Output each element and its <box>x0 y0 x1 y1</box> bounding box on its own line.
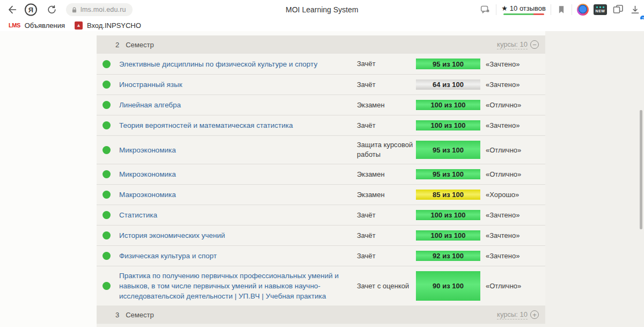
assessment-type: Защита курсовой работы <box>357 140 413 159</box>
grade-text: «Отлично» <box>486 170 521 178</box>
toolbar-divider <box>496 4 496 15</box>
page-body: 2 Семестр курсы: 10 − Элективные дисципл… <box>0 31 644 327</box>
address-bar[interactable]: lms.moi.edu.ru <box>66 3 133 16</box>
course-name-cell: Элективные дисциплины по физической куль… <box>119 59 354 69</box>
score-badge: 95 из 100 <box>416 59 480 69</box>
score-badge: 100 из 100 <box>416 230 480 241</box>
status-dot-icon <box>103 121 111 129</box>
score-badge: 64 из 100 <box>416 79 480 90</box>
course-link[interactable]: Макроэкономика <box>119 191 176 199</box>
assessment-type: Экзамен <box>357 190 413 200</box>
assessment-type: Экзамен <box>357 170 413 179</box>
inpsycho-favicon: ▲ <box>75 21 83 30</box>
status-cell <box>97 146 119 154</box>
grade-text: «Зачтено» <box>486 252 519 260</box>
score-badge: 92 из 100 <box>416 251 480 261</box>
expand-plus-icon[interactable]: + <box>530 310 539 319</box>
status-cell <box>97 282 119 290</box>
course-link[interactable]: Микроэкономика <box>119 146 176 154</box>
course-link[interactable]: Иностранный язык <box>119 81 182 89</box>
grade-text: «Зачтено» <box>486 60 519 68</box>
status-dot-icon <box>103 60 111 68</box>
course-link[interactable]: Статистика <box>119 211 157 219</box>
collapse-minus-icon[interactable]: − <box>530 40 539 49</box>
course-link[interactable]: Микроэкономика <box>119 170 176 178</box>
grade-text: «Зачтено» <box>486 231 519 239</box>
toolbar-divider <box>551 4 551 15</box>
downloads-icon[interactable]: 2 <box>630 4 641 16</box>
status-dot-icon <box>103 170 111 178</box>
marquee-dots <box>596 6 604 8</box>
bookmark-announcements[interactable]: LMS Объявления <box>5 20 68 31</box>
status-dot-icon <box>103 211 111 219</box>
course-name-cell: Линейная алгебра <box>119 100 354 110</box>
extensions-icon[interactable] <box>612 3 625 16</box>
status-cell <box>97 231 119 239</box>
score-badge: 100 из 100 <box>416 120 480 130</box>
course-row: СтатистикаЗачёт100 из 100«Зачтено» <box>97 205 545 225</box>
course-row: МикроэкономикаЭкзамен95 из 100«Отлично» <box>97 164 545 184</box>
semester-2-collapse-control[interactable]: курсы: 10 − <box>497 40 541 49</box>
scrollbar-thumb[interactable] <box>640 110 642 229</box>
course-row: МакроэкономикаЭкзамен85 из 100«Хорошо» <box>97 184 545 205</box>
course-link[interactable]: Физическая культура и спорт <box>119 252 217 260</box>
course-row: Иностранный языкЗачёт64 из 100«Зачтено» <box>97 74 545 95</box>
assessment-type: Зачёт <box>357 231 413 241</box>
course-name-cell: Микроэкономика <box>119 169 354 179</box>
score-badge: 95 из 100 <box>416 169 480 179</box>
courses-count-link[interactable]: курсы: 10 <box>497 40 528 49</box>
grade-text: «Зачтено» <box>486 81 519 89</box>
course-name-cell: Физическая культура и спорт <box>119 251 354 261</box>
bookmark-icon[interactable] <box>556 4 567 15</box>
assessment-type: Зачёт <box>357 80 413 90</box>
status-dot-icon <box>103 81 111 89</box>
score-badge: 85 из 100 <box>416 190 480 200</box>
course-row: МикроэкономикаЗащита курсовой работы95 и… <box>97 135 545 164</box>
assessment-type: Экзамен <box>357 100 413 110</box>
course-row: Практика по получению первичных професси… <box>97 266 545 306</box>
bookmarks-bar: LMS Объявления ▲ Вход.INPSYCHO <box>0 19 644 31</box>
course-row: История экономических ученийЗачёт100 из … <box>97 225 545 245</box>
semester-3-expand-control[interactable]: курсы: 10 + <box>497 310 541 319</box>
status-cell <box>97 170 119 178</box>
lms-favicon: LMS <box>9 22 20 28</box>
assessment-type: Зачёт <box>357 59 413 69</box>
browser-toolbar: Я lms.moi.edu.ru MOI Learning System ★ 1… <box>0 0 644 19</box>
status-dot-icon <box>103 191 111 199</box>
site-reviews[interactable]: ★ 10 отзывов <box>501 4 546 15</box>
bookmark-inpsycho[interactable]: ▲ Вход.INPSYCHO <box>71 20 144 31</box>
status-cell <box>97 121 119 129</box>
extension-new-icon[interactable]: NEW <box>594 4 607 15</box>
course-row: Линейная алгебраЭкзамен100 из 100«Отличн… <box>97 95 545 115</box>
course-link[interactable]: Практика по получению первичных професси… <box>119 272 339 300</box>
extension-color-circle-icon[interactable] <box>577 4 589 16</box>
assessment-type: Зачёт <box>357 210 413 220</box>
star-icon: ★ <box>501 4 508 12</box>
course-name-cell: Микроэкономика <box>119 145 354 155</box>
yandex-browser-icon[interactable]: Я <box>25 4 37 16</box>
score-badge: 90 из 100 <box>416 271 480 301</box>
course-name-cell: Практика по получению первичных професси… <box>119 271 354 301</box>
grade-text: «Отлично» <box>486 282 521 290</box>
chat-icon[interactable] <box>479 4 491 16</box>
courses-count-link[interactable]: курсы: 10 <box>497 310 528 319</box>
status-cell <box>97 211 119 219</box>
grade-text: «Зачтено» <box>486 121 519 129</box>
score-badge: 100 из 100 <box>416 210 480 220</box>
new-label: NEW <box>596 9 605 13</box>
back-icon[interactable] <box>6 4 18 16</box>
status-cell <box>97 101 119 109</box>
course-rows: Элективные дисциплины по физической куль… <box>97 54 545 306</box>
refresh-icon[interactable] <box>46 4 57 16</box>
grade-text: «Зачтено» <box>486 211 519 219</box>
course-name-cell: Иностранный язык <box>119 79 354 90</box>
page-title: MOI Learning System <box>286 5 358 14</box>
course-link[interactable]: История экономических учений <box>119 231 225 239</box>
reviews-rating-bar <box>503 13 544 15</box>
course-link[interactable]: Теория вероятностей и математическая ста… <box>119 121 293 129</box>
url-text: lms.moi.edu.ru <box>80 6 126 13</box>
status-cell <box>97 81 119 89</box>
course-link[interactable]: Линейная алгебра <box>119 101 181 109</box>
course-link[interactable]: Элективные дисциплины по физической куль… <box>119 60 317 68</box>
course-name-cell: История экономических учений <box>119 230 354 241</box>
